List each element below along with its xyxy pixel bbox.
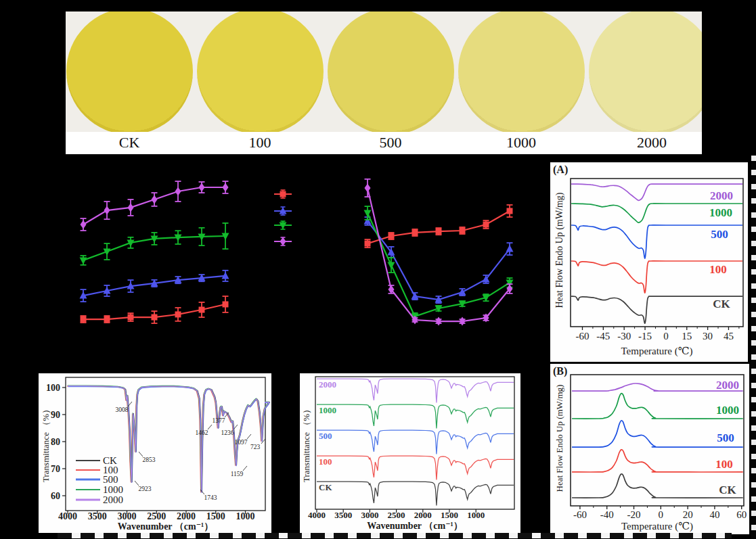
svg-text:60: 60 bbox=[736, 509, 747, 520]
dish-label-100: 100 bbox=[249, 134, 271, 151]
svg-text:2000: 2000 bbox=[177, 511, 196, 521]
petri-dish-500 bbox=[328, 11, 454, 132]
dish-label-CK: CK bbox=[119, 134, 140, 151]
ftir-stacked-x-axis-title: Wavenumber （cm⁻¹） bbox=[315, 520, 514, 532]
storage-line-chart-left bbox=[41, 169, 325, 365]
panel-a-label: (A) bbox=[553, 164, 568, 176]
svg-text:-30: -30 bbox=[617, 331, 631, 342]
petri-dish-100 bbox=[197, 11, 324, 132]
dsc-curve-label-100: 100 bbox=[715, 458, 733, 471]
dsc-curve-CK: CK bbox=[571, 296, 742, 323]
peak-label-2923: 2923 bbox=[139, 486, 152, 492]
svg-text:3500: 3500 bbox=[88, 511, 107, 521]
petri-dish-photo-strip: CK10050010002000 bbox=[66, 11, 702, 154]
svg-text:3000: 3000 bbox=[118, 511, 137, 521]
legend-label-2000: 2000 bbox=[103, 494, 123, 505]
ftir-stacked-plot: 4000350030002500200015001000200010005001… bbox=[300, 373, 520, 533]
svg-text:-60: -60 bbox=[573, 509, 587, 520]
stack-label-CK: CK bbox=[319, 482, 332, 492]
svg-text:30: 30 bbox=[703, 331, 713, 342]
dsc-a-plot: -60-45-30-15015304520001000500100CK bbox=[550, 162, 748, 362]
svg-text:1000: 1000 bbox=[236, 511, 255, 521]
stack-label-100: 100 bbox=[319, 456, 332, 467]
svg-text:20: 20 bbox=[683, 509, 693, 520]
dsc-panel-a: (A) Heat Flow Endo Up (mW/mg) -60-45-30-… bbox=[550, 162, 748, 362]
spectrum-500: 500 bbox=[317, 430, 514, 454]
dsc-curve-1000: 1000 bbox=[571, 204, 742, 222]
svg-text:4000: 4000 bbox=[308, 510, 326, 520]
svg-text:45: 45 bbox=[724, 331, 734, 342]
svg-text:2000: 2000 bbox=[414, 510, 432, 520]
petri-dish-CK bbox=[66, 11, 193, 132]
svg-text:3500: 3500 bbox=[334, 510, 352, 520]
svg-text:-60: -60 bbox=[575, 331, 589, 342]
stack-label-2000: 2000 bbox=[319, 379, 336, 390]
peak-label-3008: 3008 bbox=[116, 406, 129, 413]
dsc-curve-2000: 2000 bbox=[571, 184, 742, 202]
svg-text:-40: -40 bbox=[600, 509, 614, 520]
page-edge-dashes-right bbox=[751, 156, 756, 539]
dish-label-2000: 2000 bbox=[637, 134, 667, 151]
ftir-overlay-panel: Transmittance （%） 4000350030002500200015… bbox=[39, 373, 271, 533]
svg-text:2500: 2500 bbox=[147, 511, 166, 521]
series-green-triangles bbox=[80, 223, 229, 265]
spectrum-100: 100 bbox=[317, 456, 514, 479]
legend-label-500: 500 bbox=[103, 474, 118, 485]
dsc-panel-b: (B) Heat Flow Endo Up (mW/mg) -60-40-200… bbox=[550, 364, 749, 534]
dsc-curve-100: 100 bbox=[572, 450, 743, 472]
dsc-b-x-axis-title: Temperature (℃) bbox=[571, 520, 744, 532]
svg-text:-15: -15 bbox=[638, 331, 652, 342]
dish-label-500: 500 bbox=[380, 134, 402, 151]
peak-label-1743: 1743 bbox=[204, 494, 217, 501]
figure-canvas: CK10050010002000 (A) Heat Flow Endo Up (… bbox=[0, 0, 756, 539]
series-magenta-diamonds bbox=[81, 181, 229, 231]
svg-text:40: 40 bbox=[709, 509, 719, 520]
svg-text:-20: -20 bbox=[627, 509, 641, 520]
dsc-curve-label-500: 500 bbox=[717, 431, 734, 444]
svg-text:1000: 1000 bbox=[467, 510, 485, 520]
peak-label-723: 723 bbox=[250, 444, 261, 450]
svg-text:15: 15 bbox=[682, 331, 692, 342]
spectrum-1000: 1000 bbox=[317, 404, 514, 428]
dsc-curve-label-500: 500 bbox=[711, 228, 728, 241]
x-axis-ticks: 4000350030002500200015001000 bbox=[308, 509, 485, 520]
svg-text:1500: 1500 bbox=[441, 510, 458, 520]
svg-text:3000: 3000 bbox=[361, 510, 378, 520]
svg-text:70: 70 bbox=[51, 464, 60, 474]
series-red-squares bbox=[365, 205, 513, 248]
petri-dish-photo bbox=[66, 11, 702, 132]
petri-dish-1000 bbox=[458, 11, 585, 132]
petri-dish-labels: CK10050010002000 bbox=[66, 132, 702, 154]
spectrum-CK: CK bbox=[317, 482, 514, 505]
peak-label-1159: 1159 bbox=[231, 471, 244, 477]
spectrum-2000: 2000 bbox=[317, 379, 514, 402]
ftir-overlay-x-axis-title: Wavenumber （cm⁻¹） bbox=[66, 521, 265, 533]
svg-text:-45: -45 bbox=[596, 331, 610, 342]
dsc-curve-label-2000: 2000 bbox=[710, 189, 733, 202]
series-red-squares bbox=[81, 296, 229, 323]
dsc-curve-2000: 2000 bbox=[572, 379, 743, 392]
ftir-overlay-plot: 400035003000250020001500100010090807060C… bbox=[39, 373, 271, 533]
legend-label-1000: 1000 bbox=[103, 484, 123, 495]
series-blue-triangles bbox=[80, 271, 229, 302]
dsc-curve-CK: CK bbox=[572, 474, 743, 498]
storage-line-chart-right bbox=[332, 169, 548, 365]
dsc-curve-label-2000: 2000 bbox=[716, 379, 739, 392]
svg-text:80: 80 bbox=[51, 437, 60, 447]
peak-label-2853: 2853 bbox=[143, 456, 156, 463]
dsc-a-x-axis-title: Temperature (℃) bbox=[571, 345, 743, 357]
svg-text:2500: 2500 bbox=[388, 510, 405, 520]
peak-label-1462: 1462 bbox=[196, 429, 208, 436]
page-edge-dashes-bottom bbox=[58, 533, 732, 538]
svg-text:100: 100 bbox=[46, 383, 60, 393]
svg-text:4000: 4000 bbox=[58, 511, 77, 521]
svg-text:0: 0 bbox=[659, 509, 664, 520]
dsc-curve-label-100: 100 bbox=[709, 263, 727, 276]
dsc-curve-label-CK: CK bbox=[719, 484, 736, 496]
stack-label-500: 500 bbox=[319, 431, 332, 441]
dsc-b-plot: -60-40-20020406020001000500100CK bbox=[550, 364, 749, 534]
petri-dish-2000 bbox=[589, 11, 702, 132]
dsc-curve-label-1000: 1000 bbox=[709, 206, 732, 219]
legend-markers bbox=[274, 190, 292, 246]
peak-label-1236: 1236 bbox=[221, 429, 234, 436]
